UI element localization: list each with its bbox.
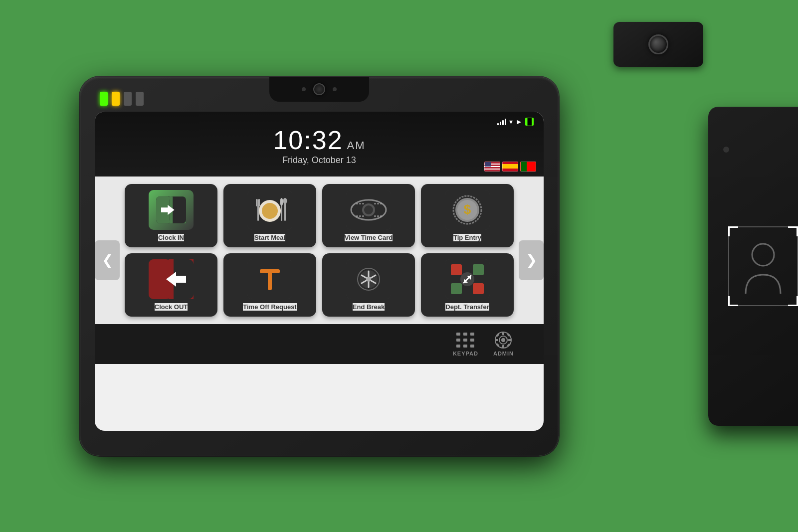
keypad-button[interactable]: KEYPAD: [453, 331, 478, 356]
screen-header: ▾ ► █ 10:32 AM Friday, October 13: [95, 112, 544, 177]
svg-rect-20: [356, 203, 358, 204]
svg-point-13: [280, 198, 283, 206]
camera-lens: [313, 83, 325, 95]
dept-transfer-button[interactable]: Dept. Transfer: [421, 253, 514, 317]
time-value: 10:32: [273, 127, 343, 153]
camera-dot-left: [302, 87, 306, 91]
svg-rect-57: [473, 283, 484, 294]
keypad-icon: [455, 331, 475, 349]
svg-rect-56: [451, 283, 462, 294]
svg-rect-23: [374, 203, 376, 204]
svg-rect-71: [470, 345, 474, 348]
svg-rect-45: [268, 269, 272, 290]
face-scan-panel: [708, 107, 798, 426]
action-buttons-grid: Clock IN: [95, 177, 544, 324]
start-meal-button[interactable]: Start Meal: [223, 184, 316, 247]
time-off-button[interactable]: Time Off Request: [223, 253, 316, 317]
keypad-label: KEYPAD: [453, 351, 478, 356]
led-gray-1: [124, 92, 132, 106]
view-time-card-icon: [346, 190, 391, 230]
tip-entry-icon: $: [445, 190, 490, 230]
signal-bar-3: [502, 120, 504, 125]
clock-in-button[interactable]: Clock IN: [125, 184, 217, 247]
svg-rect-66: [456, 339, 460, 342]
led-yellow: [112, 92, 120, 106]
main-device: ▾ ► █ 10:32 AM Friday, October 13: [80, 77, 559, 456]
svg-rect-27: [359, 215, 361, 217]
svg-rect-63: [456, 333, 460, 336]
svg-rect-64: [463, 333, 467, 336]
led-gray-2: [136, 92, 144, 106]
camera-bar: [269, 77, 369, 102]
left-arrow-icon: ❮: [102, 252, 113, 268]
end-break-icon: [346, 259, 391, 299]
clock-in-icon: [149, 190, 194, 230]
time-display: 10:32 AM: [273, 127, 365, 153]
svg-rect-65: [470, 333, 474, 336]
led-green: [100, 92, 108, 106]
svg-rect-54: [451, 264, 462, 275]
top-scanner-mount: [613, 22, 703, 67]
svg-rect-69: [456, 345, 460, 348]
svg-rect-68: [470, 339, 474, 342]
time-ampm: AM: [347, 140, 366, 151]
start-meal-label: Start Meal: [254, 234, 285, 241]
face-corner-tl: [728, 226, 738, 236]
admin-button[interactable]: ADMIN: [493, 331, 514, 356]
end-break-button[interactable]: End Break: [322, 253, 415, 317]
svg-rect-70: [463, 345, 467, 348]
svg-rect-26: [356, 215, 358, 217]
signal-bar-4: [505, 119, 506, 125]
svg-rect-21: [359, 203, 361, 204]
svg-rect-25: [380, 203, 382, 204]
svg-rect-28: [362, 215, 364, 217]
svg-rect-29: [374, 215, 376, 217]
svg-rect-77: [495, 339, 498, 341]
time-off-label: Time Off Request: [243, 303, 296, 311]
svg-rect-76: [502, 345, 504, 348]
start-meal-icon: [247, 190, 292, 230]
clock-in-label: Clock IN: [158, 234, 184, 241]
svg-point-15: [283, 198, 287, 204]
flag-us[interactable]: [484, 162, 500, 172]
svg-rect-24: [377, 203, 379, 204]
clock-out-button[interactable]: Clock OUT: [125, 253, 217, 317]
svg-point-83: [752, 244, 774, 266]
signal-bar-1: [497, 123, 499, 125]
volume-icon: ►: [516, 118, 523, 126]
flag-row: [484, 162, 536, 172]
face-scan-area: [728, 226, 798, 306]
view-time-card-label: View Time Card: [345, 234, 393, 241]
nav-right-arrow[interactable]: ❯: [519, 240, 544, 280]
buttons-area: ❮ ❯: [95, 177, 544, 324]
tip-entry-label: Tip Entry: [453, 234, 481, 241]
status-leds: [100, 92, 144, 106]
nav-left-arrow[interactable]: ❮: [95, 240, 120, 280]
signal-icon: [497, 118, 506, 125]
face-corner-br: [788, 296, 798, 306]
svg-rect-31: [380, 215, 382, 217]
svg-point-8: [262, 203, 278, 219]
svg-rect-55: [473, 264, 484, 275]
time-off-icon: [247, 259, 292, 299]
battery-icon: █: [525, 118, 534, 126]
svg-rect-22: [362, 203, 364, 204]
flag-es[interactable]: [502, 162, 518, 172]
admin-icon: [493, 331, 513, 349]
signal-bar-2: [500, 122, 501, 125]
status-bar-icons: ▾ ► █: [497, 118, 534, 126]
admin-label: ADMIN: [493, 351, 514, 356]
svg-point-52: [366, 277, 371, 282]
tip-entry-button[interactable]: $ Tip Entry: [421, 184, 514, 247]
svg-point-19: [364, 205, 373, 214]
view-time-card-button[interactable]: View Time Card: [322, 184, 415, 247]
camera-dot-right: [333, 87, 337, 91]
svg-rect-10: [256, 199, 257, 206]
svg-text:$: $: [464, 202, 471, 217]
face-corner-bl: [728, 296, 738, 306]
svg-rect-14: [284, 203, 286, 221]
svg-rect-78: [508, 339, 511, 341]
main-screen: ▾ ► █ 10:32 AM Friday, October 13: [95, 112, 544, 431]
flag-pt[interactable]: [520, 162, 536, 172]
clock-out-label: Clock OUT: [155, 303, 188, 311]
